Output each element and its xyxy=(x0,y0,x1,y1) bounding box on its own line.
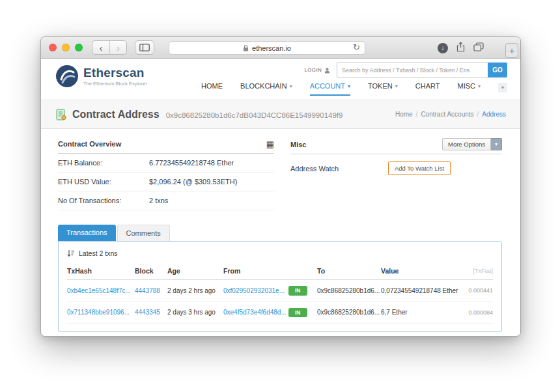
brand-name: Etherscan xyxy=(83,66,147,80)
transaction-count-row: No Of Transactions: 2 txns xyxy=(58,191,274,210)
direction-badge: IN xyxy=(288,286,307,296)
more-options-label: More Options xyxy=(442,138,491,150)
table-row: 0xb4ec1e65c148f7c... 4443788 2 days 2 hr… xyxy=(67,280,493,302)
txfee-text: 0.000084 xyxy=(463,309,493,316)
chevron-down-icon: ▾ xyxy=(501,85,504,91)
brand-tagline: The Ethereum Block Explorer xyxy=(83,81,147,87)
age-text: 2 days 3 hrs ago xyxy=(167,309,223,316)
breadcrumb-section-link[interactable]: Contract Accounts xyxy=(421,111,473,118)
chevron-down-icon: ▾ xyxy=(478,83,481,89)
column-header-value: Value xyxy=(381,267,463,275)
logo-text: Etherscan The Ethereum Block Explorer xyxy=(83,66,147,87)
contract-overview-title: Contract Overview xyxy=(58,140,121,148)
tabs-overview-icon xyxy=(473,42,484,51)
misc-panel-header: Misc More Options ▾ xyxy=(290,138,502,154)
contract-overview-panel: Contract Overview ▦ ETH Balance: 6.77234… xyxy=(58,138,274,210)
txhash-link[interactable]: 0x711348bbe91096... xyxy=(67,309,135,316)
nav-item-blockchain[interactable]: BLOCKCHAIN ▾ xyxy=(240,82,292,94)
share-icon xyxy=(456,42,465,52)
txfee-text: 0.000441 xyxy=(463,287,493,294)
breadcrumb-separator: / xyxy=(416,111,418,118)
misc-panel-title: Misc xyxy=(290,141,306,148)
summary-panels: Contract Overview ▦ ETH Balance: 6.77234… xyxy=(58,138,502,210)
breadcrumb: Home / Contract Accounts / Address xyxy=(395,111,506,118)
tab-transactions[interactable]: Transactions xyxy=(58,225,116,241)
nav-item-account[interactable]: ACCOUNT ▾ xyxy=(310,82,350,96)
age-text: 2 days 2 hrs ago xyxy=(167,287,223,294)
to-address-text: 0x9c86825280b1d6... xyxy=(317,287,381,294)
nav-misc-label: MISC xyxy=(457,82,475,90)
nav-chart-label: CHART xyxy=(415,82,440,90)
nav-home-label: HOME xyxy=(201,82,223,90)
tab-comments[interactable]: Comments xyxy=(117,225,170,241)
breadcrumb-home-link[interactable]: Home xyxy=(395,111,413,118)
sidebar-icon xyxy=(139,44,150,51)
contract-address-text: 0x9c86825280b1d6c7dB043D4CC86E1549990149… xyxy=(166,111,343,119)
direction-badge: IN xyxy=(288,308,307,318)
window-controls xyxy=(49,44,83,51)
contract-icon xyxy=(55,109,67,120)
nav-item-token[interactable]: TOKEN ▾ xyxy=(368,82,398,94)
from-address-link[interactable]: 0xf029502932031e... xyxy=(223,287,288,294)
sort-icon xyxy=(67,249,75,257)
header-right: LOGIN GO HOME BLOCKCHAIN ▾ xyxy=(201,63,507,96)
address-bar[interactable]: etherscan.io ↻ xyxy=(169,41,365,55)
txhash-link[interactable]: 0xb4ec1e65c148f7c... xyxy=(67,287,135,294)
eth-usd-value: $2,096.24 (@ $309.53ETH) xyxy=(149,178,237,186)
eth-balance-value: 6.772345549218748 Ether xyxy=(149,159,234,167)
toolbar-right-icons: ↓ xyxy=(438,37,484,59)
contract-overview-header: Contract Overview ▦ xyxy=(58,138,274,154)
main-content: Contract Overview ▦ ETH Balance: 6.77234… xyxy=(41,129,520,332)
history-nav-group: ‹ › xyxy=(92,40,127,55)
chevron-down-icon: ▾ xyxy=(491,138,502,150)
from-address-link[interactable]: 0xe4f5d73e4f6d48d... xyxy=(223,309,288,316)
show-tabs-button[interactable] xyxy=(473,42,484,54)
main-nav: HOME BLOCKCHAIN ▾ ACCOUNT ▾ TOKEN ▾ CHAR… xyxy=(201,82,507,96)
site-header: Etherscan The Ethereum Block Explorer LO… xyxy=(41,59,520,100)
chevron-down-icon: ▾ xyxy=(395,83,398,89)
close-window-button[interactable] xyxy=(49,44,57,51)
nav-more-button[interactable]: ▾ xyxy=(498,83,507,92)
user-icon xyxy=(324,67,330,74)
breadcrumb-current[interactable]: Address xyxy=(482,111,506,118)
chevron-down-icon: ▾ xyxy=(348,83,350,89)
qr-code-icon[interactable]: ▦ xyxy=(266,140,274,148)
forward-button[interactable]: › xyxy=(109,41,126,54)
minimize-window-button[interactable] xyxy=(62,44,70,51)
block-link[interactable]: 4443788 xyxy=(135,287,167,294)
nav-item-misc[interactable]: MISC ▾ xyxy=(457,82,481,94)
etherscan-logo[interactable]: Etherscan The Ethereum Block Explorer xyxy=(55,64,147,88)
browser-toolbar: ‹ › etherscan.io ↻ ↓ xyxy=(41,37,520,59)
lock-icon xyxy=(243,44,249,51)
transaction-count-value: 2 txns xyxy=(149,197,168,204)
transactions-panel: Latest 2 txns TxHash Block Age From To V… xyxy=(58,241,502,332)
add-to-watch-list-button[interactable]: Add To Watch List xyxy=(388,161,451,175)
downloads-button[interactable]: ↓ xyxy=(438,43,448,53)
go-button[interactable]: GO xyxy=(488,63,507,77)
search-row: LOGIN GO xyxy=(305,63,507,77)
column-header-txfee: [TxFee] xyxy=(463,268,493,274)
sidebar-toggle-button[interactable] xyxy=(135,40,154,55)
zoom-window-button[interactable] xyxy=(75,44,83,51)
latest-transactions-row: Latest 2 txns xyxy=(67,248,493,257)
page-title: Contract Address xyxy=(72,109,160,120)
login-link[interactable]: LOGIN xyxy=(305,67,330,74)
column-header-block: Block xyxy=(135,267,167,275)
value-text: 0,072345549218748 Ether xyxy=(381,287,463,294)
breadcrumb-separator: / xyxy=(477,111,479,118)
url-text: etherscan.io xyxy=(252,44,291,52)
nav-item-chart[interactable]: CHART xyxy=(415,82,440,94)
reload-icon[interactable]: ↻ xyxy=(353,42,360,52)
address-watch-label: Address Watch xyxy=(290,165,388,173)
eth-balance-label: ETH Balance: xyxy=(58,159,149,167)
block-link[interactable]: 4443345 xyxy=(135,309,167,316)
new-tab-button[interactable]: + xyxy=(505,43,518,58)
eth-usd-value-row: ETH USD Value: $2,096.24 (@ $309.53ETH) xyxy=(58,173,274,191)
tab-bar: Transactions Comments xyxy=(58,225,502,241)
back-button[interactable]: ‹ xyxy=(92,41,109,54)
more-options-button[interactable]: More Options ▾ xyxy=(442,138,502,150)
nav-item-home[interactable]: HOME xyxy=(201,82,223,94)
share-button[interactable] xyxy=(456,42,465,55)
search-input[interactable] xyxy=(337,63,488,77)
login-label: LOGIN xyxy=(305,67,322,73)
